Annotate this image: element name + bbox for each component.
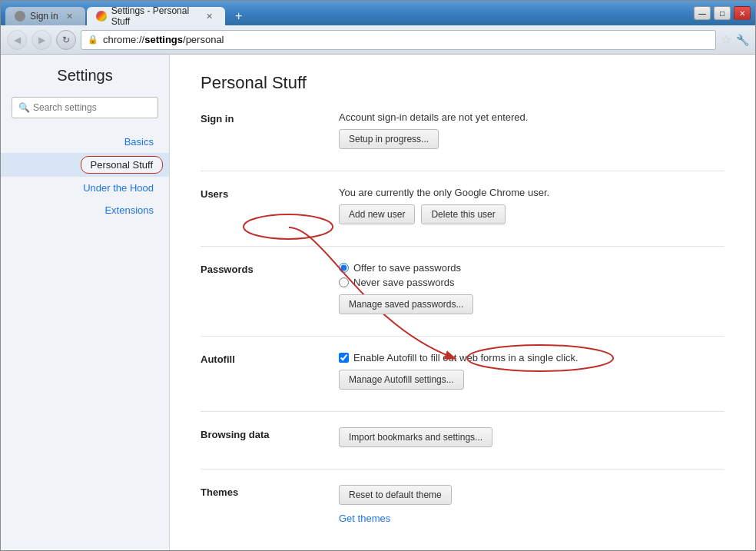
passwords-radio-group: Offer to save passwords Never save passw…	[339, 262, 724, 288]
maximize-button[interactable]: □	[714, 6, 731, 20]
delete-user-button[interactable]: Delete this user	[421, 204, 505, 224]
browsing-data-label: Browsing data	[201, 427, 339, 447]
section-browsing-data: Browsing data Import bookmarks and setti…	[201, 427, 724, 447]
settings-tool-icon[interactable]: 🔧	[736, 34, 749, 46]
section-passwords: Passwords Offer to save passwords Never …	[201, 262, 724, 314]
tab-settings[interactable]: Settings - Personal Stuff ✕	[87, 7, 225, 25]
tab-signin[interactable]: Sign in ✕	[5, 7, 85, 25]
tab-label-signin: Sign in	[30, 11, 58, 22]
autofill-content: Enable Autofill to fill out web forms in…	[339, 352, 724, 390]
passwords-label: Passwords	[201, 262, 339, 314]
sidebar-item-extensions[interactable]: Extensions	[1, 199, 169, 221]
sidebar-title: Settings	[1, 67, 169, 97]
address-text: chrome://settings/personal	[103, 34, 709, 45]
divider-4	[201, 411, 724, 412]
address-scheme-icon: 🔒	[88, 35, 98, 45]
themes-content: Reset to default theme Get themes	[339, 485, 724, 524]
forward-button[interactable]: ▶	[32, 30, 51, 50]
divider-2	[201, 246, 724, 247]
tab-favicon-settings	[96, 11, 107, 22]
section-signin: Sign in Account sign-in details are not …	[201, 111, 724, 149]
address-bar[interactable]: 🔒 chrome://settings/personal	[81, 30, 716, 50]
autofill-checkbox-label: Enable Autofill to fill out web forms in…	[353, 352, 579, 363]
tab-strip: Sign in ✕ Settings - Personal Stuff ✕ +	[5, 1, 694, 25]
manage-autofill-button[interactable]: Manage Autofill settings...	[339, 370, 464, 390]
add-new-user-button[interactable]: Add new user	[339, 204, 415, 224]
users-desc: You are currently the only Google Chrome…	[339, 187, 724, 198]
close-button[interactable]: ✕	[734, 6, 751, 20]
never-save-radio[interactable]	[339, 277, 349, 287]
users-label: Users	[201, 187, 339, 224]
section-themes: Themes Reset to default theme Get themes	[201, 485, 724, 524]
divider-1	[201, 171, 724, 171]
autofill-checkbox[interactable]	[339, 353, 349, 363]
tab-close-signin[interactable]: ✕	[63, 10, 76, 23]
tab-favicon-signin	[15, 11, 25, 22]
search-icon: 🔍	[18, 102, 30, 113]
main-layout: Settings 🔍 Basics Personal Stuff Under t…	[1, 55, 755, 550]
new-tab-button[interactable]: +	[230, 7, 248, 25]
signin-desc: Account sign-in details are not yet ente…	[339, 111, 724, 123]
search-input[interactable]	[33, 102, 151, 113]
reload-button[interactable]: ↻	[56, 30, 76, 50]
signin-label: Sign in	[201, 111, 339, 149]
signin-content: Account sign-in details are not yet ente…	[339, 111, 724, 149]
browsing-data-content: Import bookmarks and settings...	[339, 427, 724, 447]
tab-close-settings[interactable]: ✕	[203, 10, 216, 23]
offer-save-label: Offer to save passwords	[353, 262, 461, 274]
navbar: ◀ ▶ ↻ 🔒 chrome://settings/personal ☆ 🔧	[1, 25, 755, 55]
get-themes-link[interactable]: Get themes	[339, 513, 390, 524]
manage-saved-passwords-button[interactable]: Manage saved passwords...	[339, 294, 473, 314]
divider-5	[201, 469, 724, 470]
autofill-label: Autofill	[201, 352, 339, 390]
import-bookmarks-button[interactable]: Import bookmarks and settings...	[339, 427, 492, 447]
window-controls: — □ ✕	[694, 6, 751, 20]
reset-to-default-theme-button[interactable]: Reset to default theme	[339, 485, 452, 505]
section-autofill: Autofill Enable Autofill to fill out web…	[201, 352, 724, 390]
titlebar: Sign in ✕ Settings - Personal Stuff ✕ + …	[1, 1, 755, 25]
users-buttons: Add new user Delete this user	[339, 204, 724, 224]
never-save-label: Never save passwords	[353, 277, 455, 288]
users-content: You are currently the only Google Chrome…	[339, 187, 724, 224]
sidebar-item-basics[interactable]: Basics	[1, 131, 169, 153]
personal-stuff-label: Personal Stuff	[81, 156, 163, 174]
tab-label-settings: Settings - Personal Stuff	[111, 5, 198, 27]
themes-label: Themes	[201, 485, 339, 524]
section-users: Users You are currently the only Google …	[201, 187, 724, 224]
offer-save-radio[interactable]	[339, 263, 349, 273]
back-button[interactable]: ◀	[7, 30, 27, 50]
divider-3	[201, 336, 724, 337]
offer-save-passwords-option[interactable]: Offer to save passwords	[339, 262, 724, 274]
passwords-content: Offer to save passwords Never save passw…	[339, 262, 724, 314]
browser-window: Sign in ✕ Settings - Personal Stuff ✕ + …	[0, 0, 756, 551]
never-save-passwords-option[interactable]: Never save passwords	[339, 277, 724, 288]
autofill-checkbox-item[interactable]: Enable Autofill to fill out web forms in…	[339, 352, 724, 363]
page-title: Personal Stuff	[201, 73, 724, 93]
minimize-button[interactable]: —	[694, 6, 711, 20]
search-box[interactable]: 🔍	[12, 97, 158, 118]
bookmark-star[interactable]: ☆	[721, 32, 731, 47]
content-area: Personal Stuff Sign in Account sign-in d…	[170, 55, 755, 550]
sidebar-item-personal-stuff[interactable]: Personal Stuff	[1, 153, 169, 177]
sidebar-item-under-the-hood[interactable]: Under the Hood	[1, 177, 169, 199]
sidebar: Settings 🔍 Basics Personal Stuff Under t…	[1, 55, 170, 550]
setup-progress-button[interactable]: Setup in progress...	[339, 129, 439, 149]
